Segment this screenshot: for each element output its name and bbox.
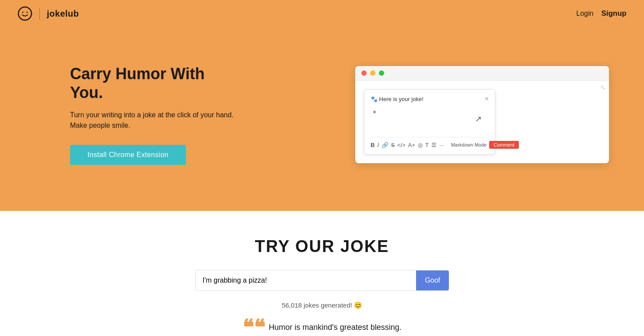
hero-left: Carry Humor With You. Turn your writing … (18, 64, 236, 165)
italic-icon[interactable]: I (377, 142, 379, 148)
nav-links: Login Signup (576, 9, 626, 18)
hero-right: ⤡ 🐾 Here is your joke! × ↗ B I 🔗 S̶ (355, 66, 609, 163)
comment-button[interactable]: Comment (489, 141, 519, 149)
joke-input[interactable] (195, 270, 416, 291)
browser-dot-red (361, 70, 367, 76)
login-link[interactable]: Login (576, 10, 593, 18)
text-cursor-dot (373, 111, 376, 113)
link-icon[interactable]: 🔗 (382, 142, 388, 148)
popup-text-area: ↗ (371, 107, 489, 133)
circle-icon[interactable]: ◎ (418, 142, 423, 148)
hero-section: Carry Humor With You. Turn your writing … (0, 27, 644, 211)
try-section: TRY OUR JOKE Goof 56,018 jokes generated… (0, 211, 644, 336)
jokes-count: 56,018 jokes generated! 😊 (9, 301, 635, 309)
more-icon[interactable]: ··· (439, 142, 444, 148)
svg-point-0 (18, 7, 32, 20)
popup-title: 🐾 Here is your joke! (371, 96, 424, 102)
svg-point-2 (27, 12, 28, 13)
logo-text: jokelub (47, 9, 79, 19)
quote-section: ❝❝ Humor is mankind's greatest blessing. (9, 317, 635, 336)
type-icon[interactable]: T (425, 142, 429, 148)
list-icon[interactable]: ☰ (431, 142, 437, 148)
joke-popup: 🐾 Here is your joke! × ↗ B I 🔗 S̶ </> A+ (364, 89, 495, 154)
code-icon[interactable]: </> (397, 142, 406, 148)
cursor-arrow-icon: ↗ (475, 114, 482, 124)
logo-icon (18, 6, 32, 21)
bold-icon[interactable]: B (371, 142, 374, 148)
popup-toolbar: B I 🔗 S̶ </> A+ ◎ T ☰ ··· Markdown Mode … (371, 137, 489, 149)
joke-input-row: Goof (195, 270, 449, 291)
hero-title: Carry Humor With You. (70, 64, 236, 102)
signup-link[interactable]: Signup (601, 9, 626, 18)
resize-handle-icon: ⤡ (600, 84, 606, 91)
quote-text: Humor is mankind's greatest blessing. (269, 317, 402, 333)
svg-point-1 (22, 12, 24, 13)
goof-button[interactable]: Goof (416, 270, 449, 290)
quote-marks-icon: ❝❝ (242, 317, 265, 336)
popup-header: 🐾 Here is your joke! × (371, 95, 489, 103)
header: jokelub Login Signup (0, 0, 644, 27)
browser-top-bar (355, 66, 609, 80)
install-chrome-extension-button[interactable]: Install Chrome Extension (70, 145, 186, 165)
font-size-icon[interactable]: A+ (408, 142, 415, 148)
browser-dot-yellow (370, 70, 375, 76)
logo-area: jokelub (18, 6, 79, 21)
logo-divider (39, 7, 40, 20)
browser-content: ⤡ 🐾 Here is your joke! × ↗ B I 🔗 S̶ (355, 80, 609, 163)
browser-mock: ⤡ 🐾 Here is your joke! × ↗ B I 🔗 S̶ (355, 66, 609, 163)
strikethrough-icon[interactable]: S̶ (391, 142, 395, 148)
hero-subtitle: Turn your writing into a joke at the cli… (70, 110, 236, 131)
try-title: TRY OUR JOKE (9, 237, 635, 256)
markdown-mode-button[interactable]: Markdown Mode (451, 142, 486, 147)
browser-dot-green (379, 70, 384, 76)
popup-close-icon[interactable]: × (485, 95, 489, 103)
